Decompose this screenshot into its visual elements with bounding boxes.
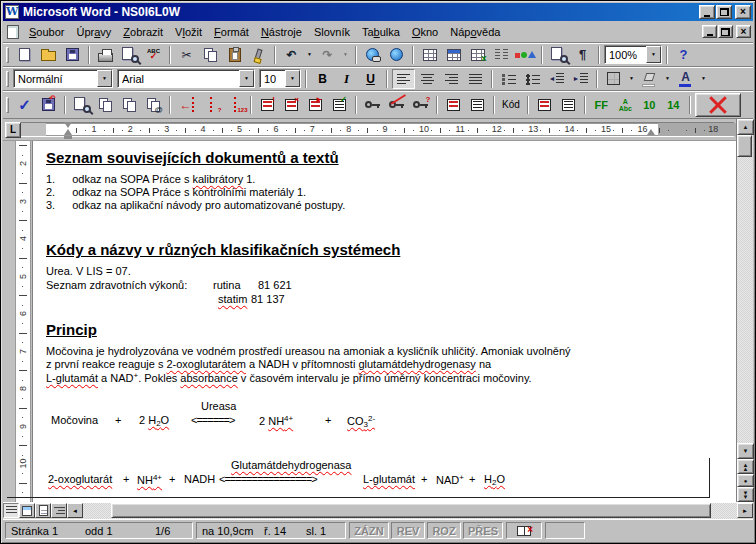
- font-abc-button[interactable]: AAbc: [614, 95, 637, 115]
- menu-upravy[interactable]: Úpravy: [70, 23, 117, 41]
- vertical-scrollbar[interactable]: ▲ ▼ ▲▲ ● ▼▼: [736, 119, 753, 502]
- vertical-scroll-thumb[interactable]: [737, 135, 752, 157]
- web-toolbar-button[interactable]: [385, 45, 408, 65]
- menu-nastroje[interactable]: Nástroje: [255, 23, 308, 41]
- scroll-right-button[interactable]: ►: [737, 503, 753, 518]
- font-size-14-button[interactable]: 14: [662, 95, 685, 115]
- menu-okno[interactable]: Okno: [406, 23, 444, 41]
- status-toggle-2[interactable]: ROZ: [427, 522, 461, 539]
- copy-button[interactable]: [199, 45, 222, 65]
- dotted-marker-button[interactable]: ?: [199, 95, 222, 115]
- horizontal-scrollbar[interactable]: ◄ ►: [3, 502, 753, 519]
- doc-close-button[interactable]: ×: [736, 25, 751, 38]
- menu-vlozit[interactable]: Vložit: [169, 23, 208, 41]
- insert-excel-button[interactable]: X: [466, 45, 489, 65]
- insert-hyperlink-button[interactable]: [361, 45, 384, 65]
- scroll-down-button[interactable]: ▼: [737, 443, 754, 459]
- select-browse-object-button[interactable]: ●: [737, 474, 754, 487]
- black-lines-doc-button[interactable]: [466, 95, 489, 115]
- find-document-button[interactable]: [70, 95, 93, 115]
- new-document-button[interactable]: [13, 45, 36, 65]
- numbering-marker-button[interactable]: 123: [223, 95, 246, 115]
- copy-documents-2-button[interactable]: [118, 95, 141, 115]
- left-indent-marker[interactable]: [64, 136, 72, 139]
- h-ruler[interactable]: 1234567891011121314151618: [21, 119, 736, 141]
- undo-button[interactable]: ↶: [280, 45, 303, 65]
- email-documents-button[interactable]: @: [142, 95, 165, 115]
- format-painter-button[interactable]: [247, 45, 270, 65]
- previous-page-button[interactable]: ▲▲: [737, 459, 754, 474]
- italic-button[interactable]: I: [335, 69, 358, 89]
- first-line-indent-marker[interactable]: [64, 122, 72, 128]
- font-dropdown-button[interactable]: ▼: [239, 70, 254, 87]
- font-color-dropdown[interactable]: ▼: [698, 69, 709, 89]
- horizontal-scroll-thumb[interactable]: [111, 503, 711, 518]
- menu-zobrazit[interactable]: Zobrazit: [117, 23, 169, 41]
- open-button[interactable]: [37, 45, 60, 65]
- show-hide-button[interactable]: ¶: [571, 45, 594, 65]
- minimize-button[interactable]: [699, 5, 715, 19]
- spelling-button[interactable]: ABC✓: [142, 45, 165, 65]
- status-toggle-0[interactable]: ZÁZN: [349, 522, 389, 539]
- outline-view-button[interactable]: [51, 503, 67, 518]
- bold-button[interactable]: B: [311, 69, 334, 89]
- horizontal-scroll-track[interactable]: [83, 503, 737, 519]
- confirm-button[interactable]: ✓: [13, 95, 36, 115]
- menu-tabulka[interactable]: Tabulka: [356, 23, 406, 41]
- menu-napoveda[interactable]: Nápověda: [444, 23, 506, 41]
- cut-button[interactable]: ✂: [175, 45, 198, 65]
- scroll-left-button[interactable]: ◄: [67, 503, 83, 518]
- doc-action-delete-button[interactable]: ×: [280, 95, 303, 115]
- next-page-button[interactable]: ▼▼: [737, 487, 754, 502]
- hanging-indent-marker[interactable]: [64, 129, 72, 135]
- redo-button[interactable]: ↷: [316, 45, 339, 65]
- save-import-button[interactable]: ↶: [37, 95, 60, 115]
- doc-action-warning-button[interactable]: !: [256, 95, 279, 115]
- menu-soubor[interactable]: Soubor: [23, 23, 70, 41]
- highlight-button[interactable]: [638, 69, 661, 89]
- paste-button[interactable]: [223, 45, 246, 65]
- red-lines-doc-button[interactable]: [442, 95, 465, 115]
- menu-slovnik[interactable]: Slovník: [308, 23, 356, 41]
- align-center-button[interactable]: [416, 69, 439, 89]
- close-button[interactable]: ×: [735, 5, 751, 19]
- font-size-dropdown-button[interactable]: ▼: [285, 70, 300, 87]
- key-status-button[interactable]: ?: [409, 95, 432, 115]
- print-button[interactable]: [94, 45, 117, 65]
- underline-button[interactable]: U: [359, 69, 382, 89]
- columns-button[interactable]: [490, 45, 513, 65]
- document-icon[interactable]: [7, 25, 19, 39]
- cancel-button[interactable]: [695, 93, 741, 117]
- zoom-dropdown-button[interactable]: ▼: [646, 46, 661, 63]
- normal-view-button[interactable]: [3, 503, 19, 518]
- restore-button[interactable]: [716, 5, 732, 19]
- tab-alignment-selector[interactable]: L: [5, 122, 21, 138]
- borders-button[interactable]: [602, 69, 625, 89]
- doc-action-ok-button[interactable]: ✓: [328, 95, 351, 115]
- black-lines-doc-2-button[interactable]: [557, 95, 580, 115]
- lock-button[interactable]: [361, 95, 384, 115]
- page-layout-view-button[interactable]: [35, 503, 51, 518]
- toolbar-grip[interactable]: [6, 97, 9, 113]
- vertical-scroll-track[interactable]: [737, 135, 753, 443]
- spelling-status-panel[interactable]: ×: [506, 522, 542, 539]
- move-left-marker-button[interactable]: ←: [175, 95, 198, 115]
- online-layout-view-button[interactable]: [19, 503, 35, 518]
- help-button[interactable]: ?: [672, 45, 695, 65]
- font-ff-button[interactable]: FF: [590, 95, 613, 115]
- align-right-button[interactable]: [440, 69, 463, 89]
- doc-action-refresh-button[interactable]: ►: [304, 95, 327, 115]
- menu-format[interactable]: Formát: [208, 23, 255, 41]
- font-size-10-button[interactable]: 10: [638, 95, 661, 115]
- drawing-button[interactable]: [514, 45, 537, 65]
- kod-button[interactable]: Kód: [499, 95, 523, 115]
- red-lines-doc-2-button[interactable]: [533, 95, 556, 115]
- style-combo[interactable]: Normální ▼: [13, 69, 113, 88]
- redo-dropdown[interactable]: ▼: [340, 45, 351, 65]
- v-ruler[interactable]: 2345678910: [3, 141, 33, 502]
- copy-documents-button[interactable]: [94, 95, 117, 115]
- print-preview-button[interactable]: [118, 45, 141, 65]
- borders-dropdown[interactable]: ▼: [626, 69, 637, 89]
- toolbar-grip[interactable]: [6, 71, 9, 87]
- tables-borders-button[interactable]: [418, 45, 441, 65]
